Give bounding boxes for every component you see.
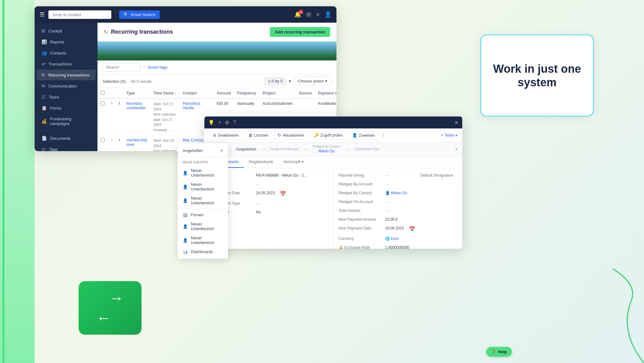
notifications-icon[interactable]: 🔔 1 <box>294 11 301 18</box>
landscape-banner <box>97 42 336 60</box>
detail-top-bar: 💡 + ⚙ ? ✕ <box>204 116 462 128</box>
table-header-row: Type Time frame ↓ Contact Amount Frequen… <box>97 88 336 99</box>
col-frequency-header[interactable]: Frequency <box>234 88 260 99</box>
col-source-header[interactable]: Source <box>296 88 315 99</box>
field-pledged-on-account: Pledged On Account --- <box>339 200 415 204</box>
hamburger-icon[interactable]: ☰ <box>40 11 45 18</box>
update-icon: ↻ <box>278 133 281 138</box>
sidebar-item-recurring[interactable]: ↻ Recurring transactions <box>36 70 96 80</box>
sidebar-item-tasks[interactable]: ☑ Tasks <box>36 92 96 102</box>
row-contact-link-1[interactable]: Plansiflora Vanilla <box>183 101 200 110</box>
close-icon[interactable]: ✕ <box>454 120 458 126</box>
refresh-icon[interactable]: ↻ <box>104 29 108 35</box>
field-pledged-by-contact-value[interactable]: 👤 Wikan Do <box>385 191 407 195</box>
sidebar-item-cockpit[interactable]: ⊞ Cockpit <box>36 26 96 36</box>
expand-detail-icon[interactable]: ▾ <box>455 147 457 151</box>
sidebar-item-reports[interactable]: 📊 Reports <box>36 37 96 47</box>
col-amount-header[interactable]: Amount <box>214 88 234 99</box>
assign-button[interactable]: 👤 Zuweisen <box>349 131 378 139</box>
field-pledged-by-contact: Pledged By Contact 👤 Wikan Do <box>339 191 415 195</box>
row-type-link-2[interactable]: membership dues <box>126 138 147 147</box>
row-info-2[interactable]: ℹ <box>116 135 123 151</box>
lightbulb-icon[interactable]: 💡 <box>208 120 214 126</box>
plus-icon[interactable]: + <box>218 120 221 125</box>
row-info-1[interactable]: ℹ <box>116 99 123 135</box>
dropdown-label-dashboards: Dashboards <box>191 249 213 254</box>
help-button[interactable]: ❓ Help <box>486 347 512 357</box>
deactivate-icon: ⊘ <box>213 133 216 138</box>
row-expand-1[interactable]: ▾ <box>108 99 116 135</box>
page-header: ↻ Recurring transactions Add recurring t… <box>97 23 336 42</box>
dropdown-item-3[interactable]: 👤 Neuer Unterbereich <box>178 194 228 207</box>
calendar-icon[interactable]: 📅 <box>280 191 286 197</box>
deactivate-button[interactable]: ⊘ Deaktivieren <box>209 131 242 139</box>
tab-verknupft[interactable]: Verknüpft ▾ <box>278 156 309 168</box>
list-icon[interactable]: ≡ <box>316 11 319 18</box>
row-checkbox-1[interactable] <box>101 101 105 105</box>
smart-tags-link[interactable]: Smart-tags <box>147 65 168 70</box>
dropdown-item-4[interactable]: 👤 Neuer Unterbereich <box>178 219 228 233</box>
more-actions-icon[interactable]: ⋮ <box>381 132 386 138</box>
tab-registerkarte-2[interactable]: Registerkarte <box>244 156 278 168</box>
help-icon[interactable]: ? <box>233 120 236 125</box>
share-button[interactable]: ↗ Teilen ▾ <box>440 133 457 138</box>
fundraising-icon: 💰 <box>42 119 47 124</box>
update-button[interactable]: ↻ Aktualisieren <box>274 131 308 139</box>
check-access-button[interactable]: 🔑 Zugriff prüfen <box>310 131 346 139</box>
calendar-icon-2[interactable]: 📅 <box>409 226 415 232</box>
pagination-chevron-icon[interactable]: ▾ <box>289 78 291 84</box>
select-all-checkbox[interactable] <box>101 91 105 95</box>
field-next-payment-date-label: Next Payment Date <box>339 226 383 230</box>
pledged-by-contact-value[interactable]: Wikan Do <box>318 149 335 153</box>
col-payment-header[interactable]: Payment method <box>315 88 336 99</box>
sidebar-item-transactions[interactable]: ⇄ Transactions <box>36 59 96 69</box>
row-expand-2[interactable]: ▾ <box>108 135 116 151</box>
documents-chevron-icon: ‹ <box>90 137 91 140</box>
dropdown-chevron-icon[interactable]: ▾ <box>220 148 223 154</box>
sidebar-item-forms[interactable]: 📋 Forms <box>36 103 96 113</box>
choose-action-button[interactable]: Choose action ▾ <box>294 77 331 85</box>
user-avatar-icon[interactable]: 👤 <box>325 11 331 18</box>
sidebar-item-documents[interactable]: 📄 Documents ‹ <box>36 133 96 144</box>
dropdown-section-label: Neue Gruppe <box>178 158 228 166</box>
col-project-header[interactable]: Project <box>259 88 296 99</box>
jump-to-contact-input[interactable] <box>48 10 111 19</box>
search-input[interactable] <box>103 63 140 71</box>
all-results-label: All 5 results <box>131 79 152 84</box>
col-contact-header[interactable]: Contact <box>180 88 214 99</box>
sidebar-item-contacts[interactable]: 👥 Contacts <box>36 48 96 58</box>
field-pledged-by-account-label: Pledged By Account <box>339 182 383 186</box>
smart-search-button[interactable]: 🔍 Smart Search <box>119 10 160 19</box>
dropdown-item-5[interactable]: 👤 Neuer Unterbereich <box>178 233 228 247</box>
dropdown-item-1[interactable]: 👤 Neuer Unterbereich <box>178 166 228 180</box>
delete-button[interactable]: 🗑 Löschen <box>245 131 272 139</box>
add-recurring-button[interactable]: Add recurring transaction <box>270 27 330 37</box>
row-contact-link-2[interactable]: Mas Cornus <box>183 138 203 142</box>
detail-actions-bar: ⊘ Deaktivieren 🗑 Löschen ↻ Aktualisieren… <box>204 128 462 142</box>
assign-label: Zuweisen <box>359 133 375 138</box>
sidebar-item-tags[interactable]: 🏷 Tags ‹ <box>36 144 96 151</box>
person-icon-4: 👤 <box>183 224 188 229</box>
dropdown-item-2[interactable]: 👤 Neuer Unterbereich <box>178 180 228 194</box>
contacts-icon: 👥 <box>42 50 47 55</box>
grid-icon[interactable]: ⊞ <box>306 11 311 18</box>
field-currency-value[interactable]: 🌐 Euro <box>385 236 399 241</box>
reports-icon: 📊 <box>42 39 47 44</box>
dropdown-menu: Angeheftet ▾ Neue Gruppe 👤 Neuer Unterbe… <box>178 143 228 259</box>
col-checkbox <box>97 88 108 99</box>
sidebar-item-fundraising[interactable]: 💰 Fundraising campaigns <box>36 114 96 129</box>
col-type-header[interactable]: Type <box>123 88 150 99</box>
row-type-link-1[interactable]: Monetary contribution <box>126 101 146 110</box>
field-planned-giving: Planned Giving --- <box>339 173 415 178</box>
row-checkbox-2[interactable] <box>101 138 105 142</box>
gear-icon[interactable]: ⚙ <box>225 120 229 126</box>
dropdown-item-firmen[interactable]: 🏢 Firmen <box>178 210 228 219</box>
col-timeframe-header[interactable]: Time frame ↓ <box>150 88 180 99</box>
sidebar-item-communication[interactable]: ✉ Communication <box>36 81 96 91</box>
row-timeframe-1: Start: Oct 17, 2024Next collection date:… <box>150 99 180 135</box>
dropdown-header-label: Angeheftet <box>183 148 203 153</box>
field-default-designation: Default Designation --- <box>420 173 462 186</box>
sidebar-label-transactions: Transactions <box>48 62 72 66</box>
dropdown-item-dashboards[interactable]: 📊 Dashboards <box>178 247 228 256</box>
dropdown-label-2: Neuer Unterbereich <box>191 182 223 191</box>
